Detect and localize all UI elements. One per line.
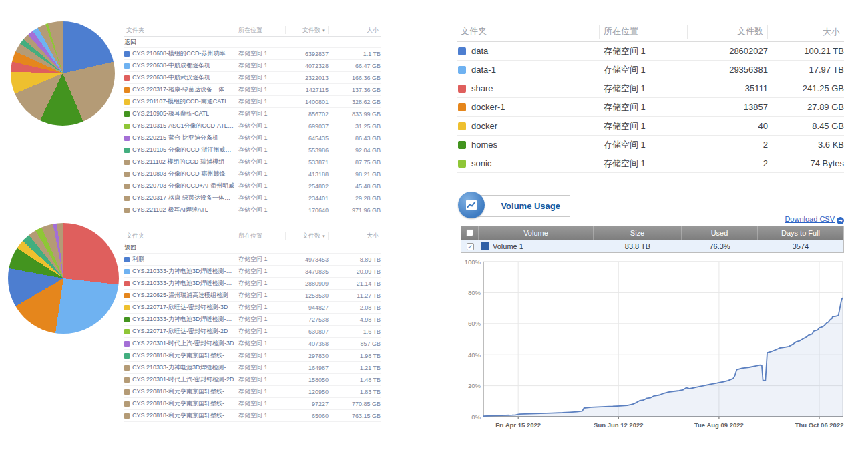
legend-swatch [124, 208, 130, 213]
folder-name-link[interactable]: CYS.220317-格康-绿茵达设备一体机-定位 [132, 194, 236, 202]
folder-name-link[interactable]: CYS.220717-欣旺达-密封钉检测-3D [132, 303, 228, 312]
table-row[interactable]: CYS.210105-分像的CCD-浙江衡威（兰溪）存储空间 155398692… [124, 144, 381, 156]
header-folder[interactable]: 文件夹 [457, 25, 600, 39]
header-size[interactable]: 大小 [329, 232, 381, 240]
table-row[interactable]: CYS.220625-温州瑞浦高速模组检测存储空间 1125353011.27 … [124, 290, 381, 302]
folder-name-link[interactable]: CYS.220215-蓝合-比亚迪分条机 [132, 134, 218, 142]
table-row[interactable]: docker-1存储空间 11385727.89 GB [457, 98, 844, 117]
table-row[interactable]: sonic存储空间 1274 Bytes [457, 154, 844, 173]
table-row[interactable]: CYS.220638-中航武汉逐条机存储空间 12322013166.36 GB [124, 72, 381, 84]
table-row[interactable]: 利鹏存储空间 149734538.89 TB [124, 254, 381, 266]
folder-location: 存储空间 1 [236, 194, 286, 202]
folder-name-link[interactable]: CYS.220638-中航成都逐条机 [132, 61, 210, 70]
table-row[interactable]: CYS.220818-利元亨南京国轩整线-顶盖焊-3D存储空间 12978301… [124, 350, 381, 362]
file-count: 1400801 [286, 99, 329, 105]
folder-location: 存储空间 1 [236, 134, 286, 142]
folder-name-link[interactable]: docker-1 [471, 102, 505, 112]
table-row[interactable]: homes存储空间 123.6 KB [457, 136, 844, 154]
folder-name-link[interactable]: CYS.210333-力神电池3D焊缝检测-无为-2期 [132, 267, 236, 276]
folder-name-link[interactable]: data [471, 46, 488, 56]
table-row[interactable]: CYS.210315-ASC1分像的CCD-ATL分条机存储空间 1699037… [124, 120, 381, 132]
folder-name-link[interactable]: CYS.210315-ASC1分像的CCD-ATL分条机 [132, 122, 236, 130]
folder-cell: docker-1 [457, 102, 600, 112]
folder-name-link[interactable]: CYS.220625-温州瑞浦高速模组检测 [132, 291, 228, 300]
file-count: 158050 [286, 377, 329, 383]
pie-chart-top [11, 21, 115, 126]
header-count[interactable]: 文件数 [688, 25, 768, 39]
folder-name-link[interactable]: share [471, 83, 493, 93]
folder-name-link[interactable]: 利鹏 [132, 255, 144, 264]
folder-size: 92.04 GB [329, 147, 381, 154]
folder-name-link[interactable]: CYS.210333-力神电池3D焊缝检测-重庆 [132, 363, 236, 372]
back-link[interactable]: 返回 [124, 37, 381, 48]
header-size[interactable]: 大小 [768, 26, 844, 38]
table-row[interactable]: CYS.210333-力神电池3D焊缝检测-宁乡存储空间 1288090921.… [124, 278, 381, 290]
table-row[interactable]: data存储空间 128602027100.21 TB [457, 42, 844, 61]
header-location[interactable]: 所在位置 [236, 232, 286, 240]
header-size[interactable]: 大小 [329, 26, 381, 35]
folder-location: 存储空间 1 [236, 146, 286, 154]
header-count-sorted[interactable]: 文件数▼ [286, 26, 329, 34]
folder-name-link[interactable]: data-1 [471, 65, 496, 75]
table-row[interactable]: CYS.220717-欣旺达-密封钉检测-3D存储空间 19448272.08 … [124, 302, 381, 314]
folder-name-link[interactable]: CYS.210608-模组的CCD-苏州功率 [132, 49, 226, 58]
table-row[interactable]: CYS.220818-利元亨南京国轩整线-顶盖焊-2D存储空间 11209501… [124, 386, 381, 398]
table-row[interactable]: CYS.220317-格康-绿茵达设备一体机-缺陷检测存储空间 11427115… [124, 84, 381, 96]
table-row[interactable]: CYS.220638-中航成都逐条机存储空间 1407232866.47 GB [124, 60, 381, 72]
header-folder[interactable]: 文件夹 [124, 26, 236, 34]
table-row[interactable]: CYS.220818-利元亨南京国轩整线-盖板激光焊缝-...存储空间 1972… [124, 398, 381, 410]
header-folder[interactable]: 文件夹 [124, 232, 236, 240]
header-location[interactable]: 所在位置 [600, 25, 688, 39]
table-row[interactable]: CYS.220717-欣旺达-密封钉检测-2D存储空间 16308071.6 T… [124, 326, 381, 338]
folder-name-link[interactable]: CYS.220301-时代上汽-密封钉检测-3D [132, 339, 234, 348]
folder-name-link[interactable]: sonic [471, 158, 491, 168]
folder-name-link[interactable]: CYS.220818-利元亨南京国轩整线-顶盖焊-2D [132, 387, 236, 396]
download-csv-link[interactable]: Download CSV➜ [661, 215, 844, 224]
folder-name-link[interactable]: CYS.211102-模组的CCD-瑞浦模组 [132, 158, 224, 166]
table-row[interactable]: CYS.210333-力神电池3D焊缝检测-保山存储空间 17275384.98… [124, 314, 381, 326]
table-row[interactable]: data-1存储空间 12935638117.97 TB [457, 61, 844, 79]
table-row[interactable]: CYS.201107-模组的CCD-南通CATL存储空间 11400801328… [124, 96, 381, 108]
legend-swatch [124, 99, 130, 105]
folder-name-link[interactable]: CYS.220317-格康-绿茵达设备一体机-缺陷检测 [132, 85, 236, 94]
table-row[interactable]: CYS.221102-极耳AI焊缝ATL存储空间 1170640971.96 G… [124, 204, 381, 216]
folder-name-link[interactable]: CYS.201107-模组的CCD-南通CATL [132, 97, 228, 106]
table-row[interactable]: CYS.211102-模组的CCD-瑞浦模组存储空间 153387187.75 … [124, 156, 381, 168]
volume-checkbox[interactable]: ✓ [467, 243, 474, 250]
table-row[interactable]: CYS.220703-分像的CCD+AI-衢州明威存储空间 125480245.… [124, 180, 381, 192]
header-count-sorted[interactable]: 文件数▼ [286, 232, 329, 240]
folder-name-link[interactable]: CYS.220818-利元亨南京国轩整线-顶盖焊-3D [132, 351, 236, 360]
folder-name-link[interactable]: CYS.210803-分像的CCD-惠州赣锋 [132, 170, 226, 178]
table-row[interactable]: CYS.210803-分像的CCD-惠州赣锋存储空间 141318898.21 … [124, 168, 381, 180]
folder-name-link[interactable]: CYS.220301-时代上汽-密封钉检测-2D [132, 375, 234, 384]
table-row[interactable]: CYS.220317-格康-绿茵达设备一体机-定位存储空间 123440129.… [124, 192, 381, 204]
folder-name-link[interactable]: CYS.220703-分像的CCD+AI-衢州明威 [132, 182, 234, 190]
folder-name-link[interactable]: CYS.220717-欣旺达-密封钉检测-2D [132, 327, 228, 336]
table-row[interactable]: CYS.210333-力神电池3D焊缝检测-重庆存储空间 11649871.21… [124, 362, 381, 374]
table-row[interactable]: CYS.220301-时代上汽-密封钉检测-2D存储空间 11580501.48… [124, 374, 381, 386]
table-row[interactable]: CYS.210905-极耳翻折-CATL存储空间 1856702833.99 G… [124, 108, 381, 120]
folder-cell: CYS.220625-温州瑞浦高速模组检测 [124, 291, 236, 300]
table-row[interactable]: CYS.210608-模组的CCD-苏州功率存储空间 163928371.1 T… [124, 48, 381, 60]
folder-name-link[interactable]: CYS.210333-力神电池3D焊缝检测-宁乡 [132, 279, 236, 288]
folder-name-link[interactable]: docker [471, 121, 497, 131]
table-row[interactable]: CYS.210333-力神电池3D焊缝检测-无为-2期存储空间 13479835… [124, 266, 381, 278]
table-row[interactable]: CYS.220301-时代上汽-密封钉检测-3D存储空间 1407368857 … [124, 338, 381, 350]
table-row[interactable]: CYS.220215-蓝合-比亚迪分条机存储空间 164543586.43 GB [124, 132, 381, 144]
folder-name-link[interactable]: CYS.210905-极耳翻折-CATL [132, 109, 209, 118]
select-all-checkbox[interactable] [466, 229, 473, 236]
folder-name-link[interactable]: CYS.220818-利元亨南京国轩整线-密封钉 [132, 411, 236, 420]
folder-size: 29.28 GB [329, 195, 381, 202]
folder-name-link[interactable]: homes [471, 140, 497, 150]
table-row[interactable]: share存储空间 135111241.25 GB [457, 79, 844, 98]
folder-name-link[interactable]: CYS.210333-力神电池3D焊缝检测-保山 [132, 315, 236, 324]
folder-name-link[interactable]: CYS.220638-中航武汉逐条机 [132, 73, 210, 82]
folder-name-link[interactable]: CYS.220818-利元亨南京国轩整线-盖板激光焊缝-... [132, 399, 236, 408]
folder-name-link[interactable]: CYS.221102-极耳AI焊缝ATL [132, 206, 208, 214]
table-row[interactable]: CYS.220818-利元亨南京国轩整线-密封钉存储空间 165060763.1… [124, 410, 381, 422]
header-location[interactable]: 所在位置 [236, 26, 286, 34]
table-row[interactable]: docker存储空间 1408.45 GB [457, 117, 844, 136]
legend-swatch [124, 75, 130, 81]
back-link[interactable]: 返回 [124, 242, 381, 254]
folder-name-link[interactable]: CYS.210105-分像的CCD-浙江衡威（兰溪） [132, 146, 236, 154]
